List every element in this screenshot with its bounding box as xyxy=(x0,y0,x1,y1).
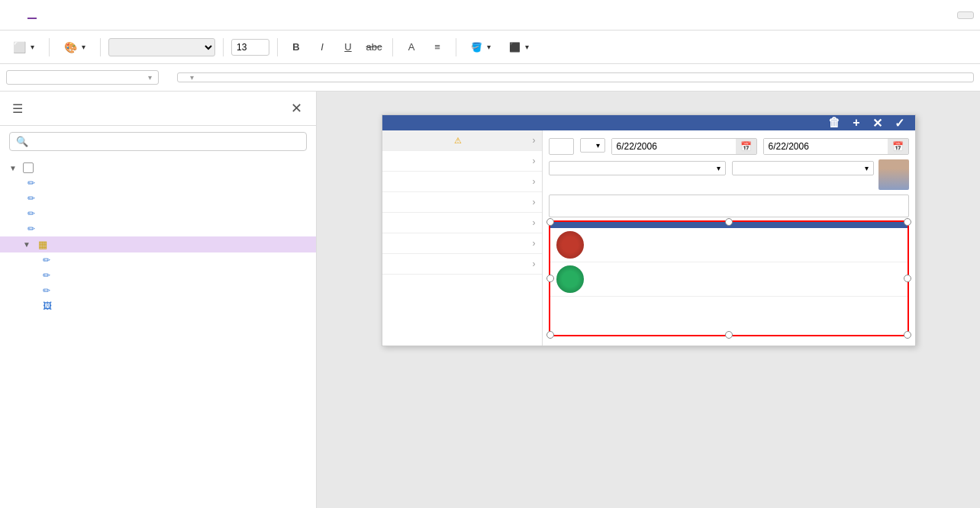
toolbar-separator-1 xyxy=(49,38,50,56)
order-item-0935[interactable]: › xyxy=(382,192,542,213)
paid-date-calendar-icon[interactable]: 📅 xyxy=(888,139,908,154)
hamburger-icon[interactable]: ☰ xyxy=(9,98,26,119)
font-size-input[interactable] xyxy=(231,39,269,56)
label8-3-icon: ✏ xyxy=(27,178,35,188)
image3-icon: 🖼 xyxy=(43,301,52,311)
fill-button[interactable]: 🪣 ▾ xyxy=(464,38,498,56)
new-screen-button[interactable]: ⬜ ▾ xyxy=(6,37,41,57)
font-color-button[interactable]: A xyxy=(401,37,422,58)
paid-date-field: 📅 xyxy=(763,137,909,155)
tree-item-label8-1[interactable]: ✏ xyxy=(0,206,316,221)
header-icons: 🗑 + ✕ ✓ xyxy=(824,114,908,132)
paid-date-input[interactable]: 📅 xyxy=(763,138,909,155)
order-chevron-0932: › xyxy=(530,259,536,269)
toolbar-separator-3 xyxy=(223,38,224,56)
tree-item-label8-3[interactable]: ✏ xyxy=(0,175,316,191)
menu-file[interactable] xyxy=(6,12,15,18)
font-selector[interactable] xyxy=(108,38,215,56)
order-date-calendar-icon[interactable]: 📅 xyxy=(736,139,756,154)
delete-icon[interactable]: 🗑 xyxy=(824,114,845,132)
gallery2-products-table xyxy=(549,220,909,336)
label8-icon: ✏ xyxy=(27,223,35,234)
tree-item-label7[interactable]: ✏ xyxy=(0,252,316,268)
formula-text[interactable] xyxy=(194,76,973,79)
menu-bar xyxy=(0,0,980,31)
add-icon[interactable]: + xyxy=(848,114,864,132)
gallery2-icon: ▦ xyxy=(38,239,47,250)
handle-mid-top[interactable] xyxy=(725,218,733,226)
screen1-checkbox[interactable] xyxy=(23,162,34,173)
tree-item-label6[interactable]: ✏ xyxy=(0,268,316,283)
app-header: 🗑 + ✕ ✓ xyxy=(382,115,915,130)
handle-mid-right[interactable] xyxy=(904,275,911,282)
app-body: ⚠ › xyxy=(382,130,915,346)
left-panel-header: ☰ ✕ xyxy=(0,92,316,126)
align-button[interactable]: ≡ xyxy=(427,37,448,58)
tree-item-label8-2[interactable]: ✏ xyxy=(0,191,316,206)
notes-row xyxy=(549,195,909,217)
order-date-input[interactable]: 📅 xyxy=(611,138,757,155)
order-number-input[interactable] xyxy=(549,138,574,155)
order-item-0938[interactable]: ⚠ › xyxy=(382,130,542,151)
order-right-0938: ⚠ xyxy=(454,136,464,146)
view-action-btn[interactable] xyxy=(957,11,974,19)
paid-date-text-input[interactable] xyxy=(764,139,888,154)
order-item-0937[interactable]: › xyxy=(382,151,542,172)
order-chevron-0938: › xyxy=(530,135,536,146)
handle-top-left[interactable] xyxy=(546,218,554,226)
order-item-0936[interactable]: › xyxy=(382,172,542,192)
toolbar-separator-5 xyxy=(392,38,393,56)
fill-icon: 🪣 xyxy=(471,42,482,53)
product-row-1[interactable] xyxy=(550,262,907,297)
canvas-area: 🗑 + ✕ ✓ xyxy=(317,92,980,508)
close-panel-button[interactable]: ✕ xyxy=(285,98,307,119)
detail-panel: ▾ 📅 xyxy=(543,130,915,346)
order-status-chevron-icon: ▾ xyxy=(596,141,600,150)
product-img-1 xyxy=(556,265,584,293)
bold-button[interactable]: B xyxy=(285,37,307,58)
product-img-0 xyxy=(556,231,584,259)
tree-item-label5[interactable]: ✏ xyxy=(0,283,316,298)
customer-select[interactable]: ▾ xyxy=(549,161,726,175)
formula-selector[interactable]: ▾ xyxy=(6,70,159,85)
tree-item-gallery2[interactable]: ▼ ▦ xyxy=(0,236,316,252)
order-item-0932[interactable]: › xyxy=(382,254,542,275)
theme-button[interactable]: 🎨 ▾ xyxy=(57,37,92,57)
order-item-0934[interactable]: › xyxy=(382,213,542,233)
handle-bottom-left[interactable] xyxy=(546,331,554,339)
order-number-field xyxy=(549,137,574,155)
warning-icon-0938: ⚠ xyxy=(454,136,462,146)
check-icon[interactable]: ✓ xyxy=(890,114,909,132)
menu-view[interactable] xyxy=(70,12,79,18)
handle-mid-bottom[interactable] xyxy=(725,331,733,339)
notes-input[interactable] xyxy=(549,195,909,217)
employee-select[interactable]: ▾ xyxy=(732,161,874,175)
order-item-0933[interactable]: › xyxy=(382,233,542,254)
order-status-select[interactable]: ▾ xyxy=(580,138,605,153)
handle-mid-left[interactable] xyxy=(546,275,554,282)
strikethrough-button[interactable]: abc xyxy=(363,37,385,58)
label8-2-icon: ✏ xyxy=(27,193,35,204)
orders-list: ⚠ › xyxy=(382,130,543,346)
toolbar-separator-2 xyxy=(100,38,101,56)
tree-item-screen1[interactable]: ▼ xyxy=(0,160,316,175)
underline-button[interactable]: U xyxy=(337,37,359,58)
search-input[interactable] xyxy=(33,136,300,147)
border-button[interactable]: ⬛ ▾ xyxy=(502,38,536,56)
handle-bottom-right[interactable] xyxy=(904,331,911,339)
handle-top-right[interactable] xyxy=(904,218,911,226)
employee-input-area: ▾ xyxy=(732,159,874,190)
menu-insert[interactable] xyxy=(49,12,58,18)
menu-action[interactable] xyxy=(92,12,101,18)
menu-home[interactable] xyxy=(27,11,37,19)
left-panel: ☰ ✕ 🔍 ▼ ✏ ✏ xyxy=(0,92,317,508)
order-status-field: ▾ xyxy=(580,137,605,155)
border-icon: ⬛ xyxy=(509,42,521,53)
italic-button[interactable]: I xyxy=(311,37,333,58)
formula-input-container: ▾ xyxy=(177,72,974,82)
product-row-0[interactable] xyxy=(550,228,907,262)
close-header-icon[interactable]: ✕ xyxy=(868,114,887,132)
order-date-text-input[interactable] xyxy=(612,139,736,154)
tree-item-label8[interactable]: ✏ xyxy=(0,221,316,236)
tree-item-image3[interactable]: 🖼 xyxy=(0,298,316,313)
